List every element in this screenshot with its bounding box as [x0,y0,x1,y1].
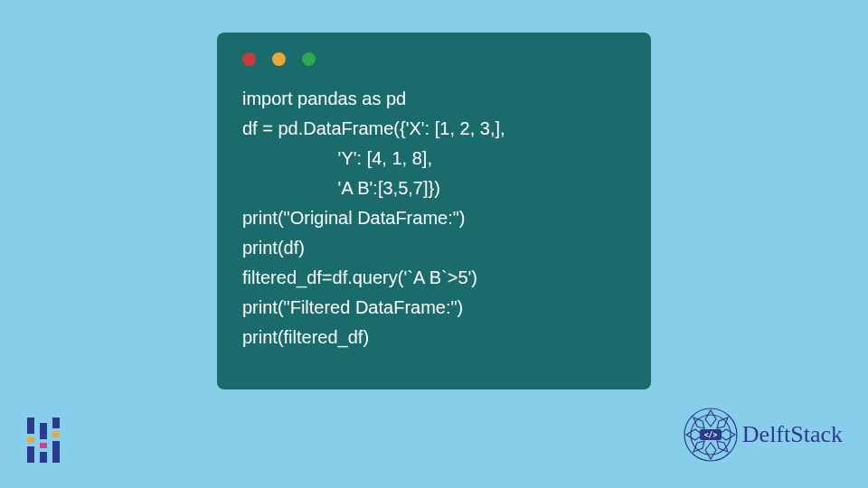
minimize-icon [272,52,286,66]
window-controls [242,52,626,66]
code-line: print(df) [242,238,305,258]
bars-logo-icon [27,418,65,463]
code-line: print(filtered_df) [242,327,369,347]
code-window: import pandas as pd df = pd.DataFrame({'… [217,33,651,389]
code-content: import pandas as pd df = pd.DataFrame({'… [242,84,626,352]
code-line: 'A B':[3,5,7]}) [242,178,440,198]
code-line: print("Filtered DataFrame:") [242,297,463,317]
close-icon [242,52,256,66]
code-line: print("Original DataFrame:") [242,208,465,228]
maximize-icon [302,52,316,66]
code-line: import pandas as pd [242,89,406,108]
code-line: df = pd.DataFrame({'X': [1, 2, 3,], [242,118,505,138]
code-line: filtered_df=df.query('`A B`>5') [242,267,477,287]
brand-name: DelftStack [742,421,843,448]
svg-text:</>: </> [704,431,718,439]
code-line: 'Y': [4, 1, 8], [242,148,432,168]
delftstack-logo: </> DelftStack [683,407,843,463]
mandala-icon: </> [683,407,739,463]
